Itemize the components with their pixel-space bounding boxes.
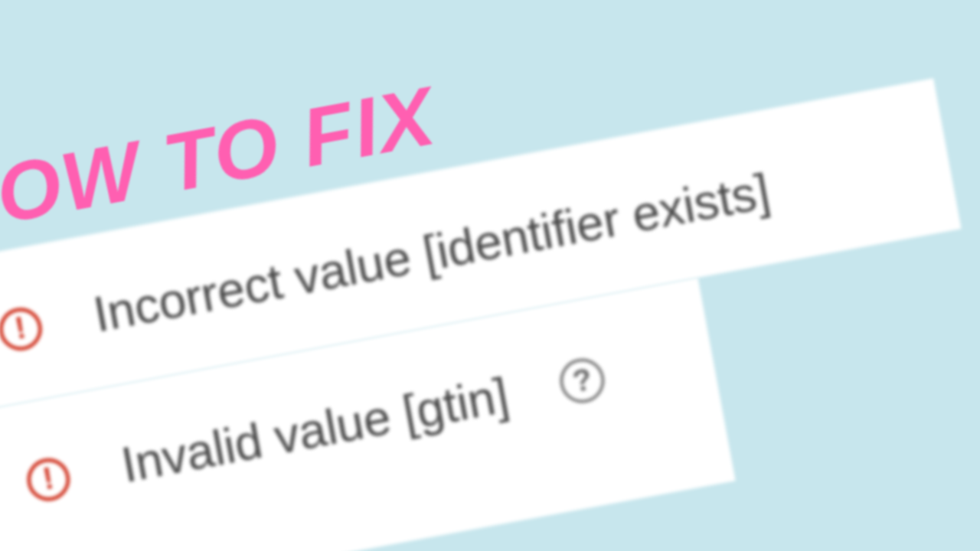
alert-icon: ! bbox=[24, 455, 74, 504]
help-icon[interactable]: ? bbox=[557, 355, 609, 407]
rotated-stage: HOW TO FIX ! Incorrect value [identifier… bbox=[0, 0, 980, 551]
alert-icon: ! bbox=[0, 304, 45, 354]
error-message: Invalid value [gtin] bbox=[118, 370, 512, 490]
